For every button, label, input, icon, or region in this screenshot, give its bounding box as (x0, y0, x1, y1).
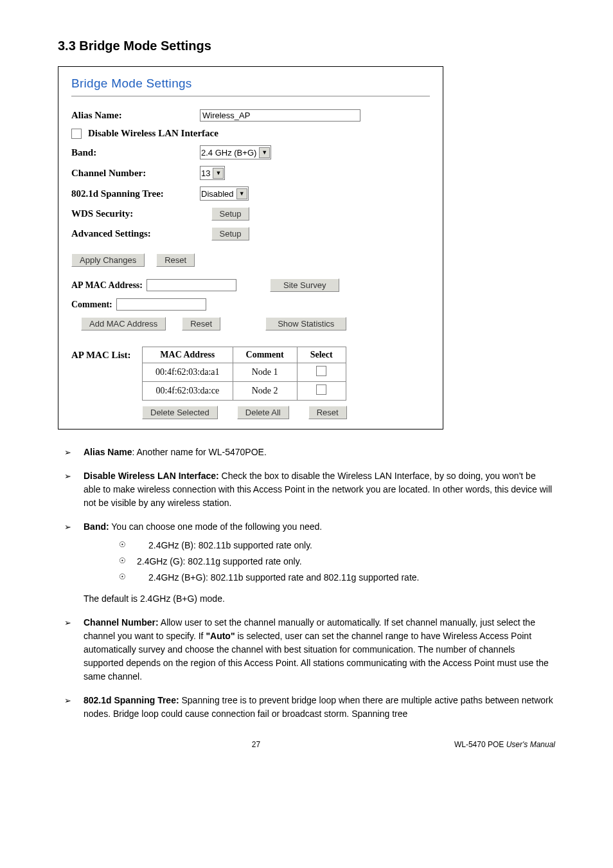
reset-button[interactable]: Reset (156, 253, 195, 267)
channel-number-select[interactable]: 13 ▼ (200, 166, 225, 180)
bullet-band: Band: You can choose one mode of the fol… (84, 520, 419, 606)
ap-mac-table: MAC Address Comment Select 00:4f:62:03:d… (142, 347, 346, 401)
page-footer: 27 WL-5470 POE User's Manual (58, 740, 555, 749)
reset-button-2[interactable]: Reset (182, 317, 220, 330)
subbullet-icon (119, 571, 137, 584)
section-heading: 3.3 Bridge Mode Settings (58, 39, 555, 53)
wds-setup-button[interactable]: Setup (211, 207, 250, 221)
disable-wlan-label: Disable Wireless LAN Interface (88, 128, 218, 139)
table-header-mac: MAC Address (143, 347, 233, 363)
alias-name-input[interactable] (200, 109, 360, 122)
band-select[interactable]: 2.4 GHz (B+G) ▼ (200, 145, 271, 159)
row-select-checkbox[interactable] (316, 384, 326, 395)
comment-input[interactable] (116, 298, 206, 311)
row-select-checkbox[interactable] (316, 366, 326, 376)
advanced-settings-label: Advanced Settings: (71, 228, 200, 239)
apply-changes-button[interactable]: Apply Changes (71, 253, 145, 267)
site-survey-button[interactable]: Site Survey (270, 278, 339, 292)
reset-button-3[interactable]: Reset (308, 406, 347, 419)
subbullet-icon (119, 539, 137, 552)
ap-mac-address-input[interactable] (147, 279, 236, 291)
bullet-spanning-tree: 802.1d Spanning Tree: Spanning tree is t… (84, 694, 555, 721)
page-number: 27 (252, 740, 260, 749)
delete-all-button[interactable]: Delete All (237, 406, 289, 419)
bullet-icon (64, 446, 84, 459)
subbullet-icon (119, 555, 137, 568)
table-row: 00:4f:62:03:da:ce Node 2 (143, 382, 346, 401)
bullet-disable-wlan: Disable Wireless LAN Interface: Check th… (84, 469, 555, 510)
wds-security-label: WDS Security: (71, 208, 200, 219)
disable-wlan-checkbox[interactable] (71, 129, 82, 139)
bullet-icon (64, 616, 84, 683)
delete-selected-button[interactable]: Delete Selected (142, 406, 218, 419)
ap-mac-address-label: AP MAC Address: (71, 280, 143, 291)
band-label: Band: (71, 147, 200, 158)
divider (71, 96, 430, 96)
alias-name-label: Alias Name: (71, 110, 200, 121)
settings-panel: Bridge Mode Settings Alias Name: Disable… (58, 66, 443, 429)
bullet-icon (64, 520, 84, 606)
chevron-down-icon: ▼ (236, 188, 247, 199)
bullet-channel: Channel Number: Allow user to set the ch… (84, 616, 555, 683)
show-statistics-button[interactable]: Show Statistics (265, 317, 346, 330)
channel-number-label: Channel Number: (71, 168, 200, 179)
bullet-alias: Alias Name: Another name for WL-5470POE. (84, 446, 267, 459)
table-header-comment: Comment (233, 347, 297, 363)
ap-mac-list-label: AP MAC List: (71, 347, 142, 419)
spanning-tree-label: 802.1d Spanning Tree: (71, 188, 200, 199)
bullet-icon (64, 469, 84, 510)
chevron-down-icon: ▼ (213, 168, 224, 179)
spanning-tree-select[interactable]: Disabled ▼ (200, 186, 249, 201)
chevron-down-icon: ▼ (259, 147, 270, 158)
table-row: 00:4f:62:03:da:a1 Node 1 (143, 363, 346, 382)
advanced-setup-button[interactable]: Setup (211, 227, 250, 240)
comment-label: Comment: (71, 300, 112, 310)
add-mac-address-button[interactable]: Add MAC Address (81, 317, 166, 330)
panel-title: Bridge Mode Settings (71, 77, 430, 91)
table-header-select: Select (297, 347, 346, 363)
bullet-icon (64, 694, 84, 721)
